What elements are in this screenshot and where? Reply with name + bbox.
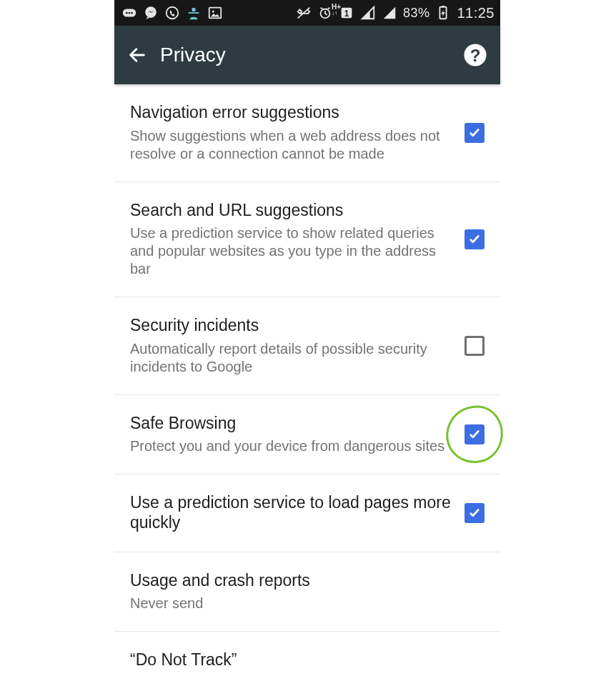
setting-title: Security incidents: [130, 316, 452, 336]
svg-text:?: ?: [470, 46, 481, 65]
checkbox-search-url-suggestions[interactable]: [465, 229, 485, 249]
setting-safe-browsing[interactable]: Safe BrowsingProtect you and your device…: [114, 395, 500, 475]
setting-title: Usage and crash reports: [130, 571, 485, 591]
setting-search-url-suggestions[interactable]: Search and URL suggestionsUse a predicti…: [114, 182, 500, 298]
setting-description: Never send: [130, 595, 485, 612]
setting-do-not-track[interactable]: “Do Not Track”: [114, 632, 500, 686]
person-icon: [186, 5, 202, 21]
messenger-icon: [143, 5, 159, 21]
setting-navigation-error[interactable]: Navigation error suggestionsShow suggest…: [114, 84, 500, 182]
svg-point-4: [145, 6, 157, 18]
setting-title: Search and URL suggestions: [130, 201, 452, 221]
vibrate-icon: [296, 5, 312, 21]
checkbox-prediction-preload[interactable]: [465, 503, 485, 523]
checkbox-security-incidents[interactable]: [465, 336, 485, 356]
setting-description: Show suggestions when a web address does…: [130, 127, 452, 163]
viber-icon: [164, 5, 180, 21]
svg-text:1: 1: [344, 9, 349, 19]
messaging-icon: [121, 5, 137, 21]
gallery-icon: [207, 5, 223, 21]
svg-rect-7: [189, 12, 199, 14]
setting-title: “Do Not Track”: [130, 650, 485, 670]
setting-title: Use a prediction service to load pages m…: [130, 493, 452, 532]
screen: H+↓↑ 1 83% 11:25 Privacy: [114, 0, 500, 686]
back-button[interactable]: [127, 45, 147, 65]
clock: 11:25: [457, 5, 495, 21]
svg-point-1: [126, 12, 128, 14]
setting-prediction-preload[interactable]: Use a prediction service to load pages m…: [114, 474, 500, 552]
svg-point-6: [192, 8, 196, 12]
svg-rect-14: [442, 6, 445, 7]
setting-usage-crash-reports[interactable]: Usage and crash reportsNever send: [114, 552, 500, 632]
alarm-icon: [317, 5, 333, 21]
checkbox-safe-browsing[interactable]: [465, 424, 485, 444]
settings-list: Navigation error suggestionsShow suggest…: [114, 84, 500, 686]
app-bar: Privacy ?: [114, 26, 500, 84]
checkbox-navigation-error[interactable]: [465, 123, 485, 143]
setting-security-incidents[interactable]: Security incidentsAutomatically report d…: [114, 297, 500, 395]
svg-point-2: [129, 12, 131, 14]
svg-point-3: [131, 12, 133, 14]
signal-2-icon: [382, 5, 397, 21]
setting-description: Use a prediction service to show related…: [130, 224, 452, 278]
help-button[interactable]: ?: [463, 43, 487, 67]
network-type-icon: H+↓↑ 1: [339, 5, 354, 21]
setting-description: Automatically report details of possible…: [130, 340, 452, 376]
setting-title: Navigation error suggestions: [130, 103, 452, 123]
page-title: Privacy: [160, 44, 226, 66]
setting-description: Protect you and your device from dangero…: [130, 437, 452, 455]
status-bar: H+↓↑ 1 83% 11:25: [114, 0, 500, 26]
svg-point-5: [167, 7, 179, 19]
battery-percentage: 83%: [403, 6, 430, 21]
battery-charging-icon: [435, 5, 451, 21]
signal-1-icon: [360, 5, 376, 21]
setting-title: Safe Browsing: [130, 414, 452, 434]
svg-point-9: [212, 11, 214, 13]
